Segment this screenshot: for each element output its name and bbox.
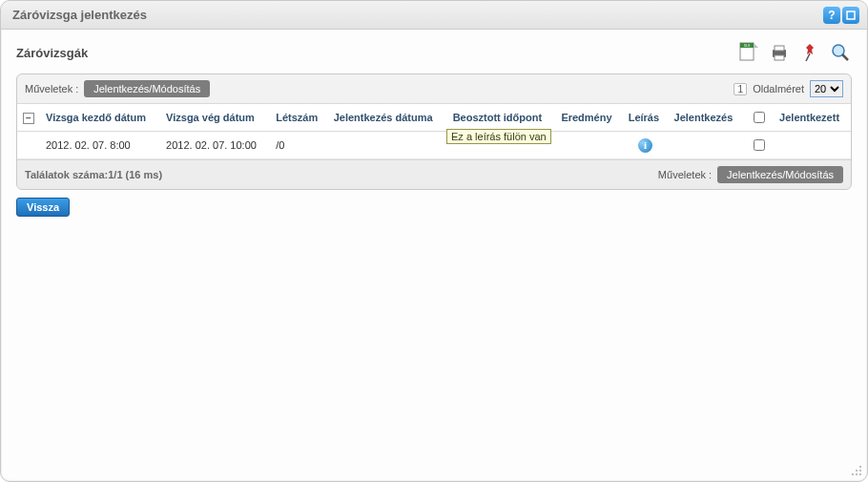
titlebar: Záróvizsga jelentkezés ? [1,1,867,30]
svg-point-15 [859,473,861,475]
maximize-icon[interactable] [842,7,859,24]
col-count[interactable]: Létszám [270,104,327,132]
cell-regdate [328,132,447,159]
col-start[interactable]: Vizsga kezdő dátum [40,104,160,132]
signup-modify-button-top[interactable]: Jelentkezés/Módosítás [84,80,210,97]
description-tooltip: Ez a leírás fülön van [446,129,551,144]
col-scheduled[interactable]: Beosztott időpont [447,104,556,132]
pin-icon[interactable] [798,41,821,64]
svg-rect-5 [775,46,784,51]
col-signedup[interactable]: Jelentkezett [774,104,851,132]
app-window: Záróvizsga jelentkezés ? Záróvizsgák XLS [0,0,868,482]
cell-end: 2012. 02. 07. 10:00 [160,132,270,159]
cell-start: 2012. 02. 07. 8:00 [40,132,160,159]
svg-point-14 [856,473,858,475]
svg-point-12 [859,470,861,472]
ops-label-top: Műveletek : [25,83,78,94]
collapse-all-icon[interactable]: − [23,113,34,124]
export-xls-icon[interactable]: XLS [737,41,760,64]
col-desc[interactable]: Leírás [623,104,669,132]
search-icon[interactable] [829,41,852,64]
svg-rect-0 [847,11,855,19]
svg-point-11 [856,470,858,472]
col-result[interactable]: Eredmény [555,104,622,132]
exams-table: − Vizsga kezdő dátum Vizsga vég dátum Lé… [17,103,851,159]
pagesize-select[interactable]: 20 [810,80,843,97]
page-title: Záróvizsgák [16,46,88,60]
results-count: Találatok száma:1/1 (16 ms) [25,169,162,180]
col-signup[interactable]: Jelentkezés [669,104,745,132]
select-all-checkbox[interactable] [754,112,765,123]
svg-text:XLS: XLS [744,44,751,48]
help-icon[interactable]: ? [823,7,840,24]
table-row[interactable]: 2012. 02. 07. 8:00 2012. 02. 07. 10:00 /… [17,132,851,159]
svg-point-10 [859,466,861,468]
svg-rect-6 [775,55,784,60]
ops-label-bottom: Műveletek : [658,169,712,180]
grid-panel: Műveletek : Jelentkezés/Módosítás 1 Olda… [16,73,852,190]
svg-line-9 [842,54,848,60]
cell-count: /0 [270,132,327,159]
window-title: Záróvizsga jelentkezés [12,8,147,22]
print-icon[interactable] [768,41,791,64]
svg-point-13 [852,473,854,475]
pagesize-label: Oldalméret [753,83,804,94]
cell-result [555,132,622,159]
back-button[interactable]: Vissza [16,198,70,217]
svg-line-7 [806,53,810,61]
col-end[interactable]: Vizsga vég dátum [160,104,270,132]
toolbar-icons: XLS [737,41,852,64]
info-icon[interactable]: i [638,138,652,153]
col-regdate[interactable]: Jelentkezés dátuma [328,104,447,132]
pager: 1 Oldalméret 20 [734,80,843,97]
resize-grip-icon[interactable] [850,464,863,477]
page-number[interactable]: 1 [734,83,747,95]
signup-modify-button-bottom[interactable]: Jelentkezés/Módosítás [717,166,843,183]
row-select-checkbox[interactable] [754,139,765,151]
